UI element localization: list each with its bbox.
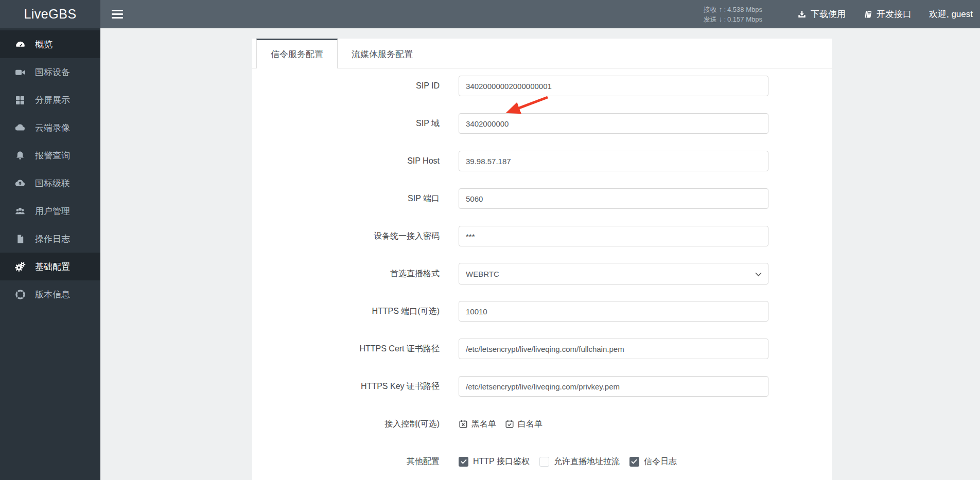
sidebar-item-overview[interactable]: 概览 <box>0 30 100 58</box>
config-card: 信令服务配置 流媒体服务配置 SIP ID SIP 域 SIP Host SIP… <box>252 39 832 480</box>
calendar-check-icon <box>505 419 514 429</box>
tab-bar: 信令服务配置 流媒体服务配置 <box>252 39 832 68</box>
form-row: HTTPS 端口(可选) <box>252 301 832 322</box>
dashboard-icon <box>13 39 27 50</box>
network-stats: 接收 ↑:4.538 Mbps 发送 ↓:0.157 Mbps <box>704 5 762 24</box>
blacklist-button[interactable]: 黑名单 <box>459 419 496 430</box>
https-cert-label: HTTPS Cert 证书路径 <box>252 344 440 354</box>
main-area: 信令服务配置 流媒体服务配置 SIP ID SIP 域 SIP Host SIP… <box>100 28 980 480</box>
live-format-label: 首选直播格式 <box>252 269 440 279</box>
https-key-input[interactable] <box>459 376 768 397</box>
sidebar-item-cloud-record[interactable]: 云端录像 <box>0 114 100 141</box>
sidebar-item-split-screen[interactable]: 分屏展示 <box>0 86 100 114</box>
form-row: HTTPS Key 证书路径 <box>252 376 832 397</box>
checkbox-unchecked-icon <box>539 457 549 467</box>
sip-domain-label: SIP 域 <box>252 118 440 129</box>
camera-icon <box>13 67 27 78</box>
topbar: LiveGBS 接收 ↑:4.538 Mbps 发送 ↓:0.157 Mbps … <box>0 0 980 28</box>
sip-id-input[interactable] <box>459 76 768 96</box>
access-control-row: 接入控制(可选) 黑名单 <box>252 414 832 434</box>
config-form: SIP ID SIP 域 SIP Host SIP 端口 设备统一接入密码 首选 <box>252 68 832 472</box>
https-port-label: HTTPS 端口(可选) <box>252 306 440 317</box>
gears-icon <box>13 261 27 272</box>
sidebar-item-alarm-query[interactable]: 报警查询 <box>0 141 100 169</box>
live-format-select[interactable]: WEBRTC <box>459 263 768 285</box>
chevron-down-icon <box>755 272 762 277</box>
life-ring-icon <box>13 289 27 300</box>
whitelist-button[interactable]: 白名单 <box>505 419 542 430</box>
access-control-label: 接入控制(可选) <box>252 419 440 430</box>
dev-api-link[interactable]: 开发接口 <box>863 8 912 20</box>
users-icon <box>13 205 27 217</box>
form-row: 设备统一接入密码 <box>252 226 832 246</box>
sip-id-label: SIP ID <box>252 81 440 91</box>
sip-host-input[interactable] <box>459 151 768 171</box>
sidebar-item-operation-log[interactable]: 操作日志 <box>0 225 100 253</box>
welcome-user[interactable]: 欢迎, guest <box>929 8 973 20</box>
form-row: SIP Host <box>252 151 832 171</box>
tab-signal-config[interactable]: 信令服务配置 <box>256 39 338 68</box>
send-rate: 发送 ↓:0.157 Mbps <box>704 14 762 24</box>
https-port-input[interactable] <box>459 301 768 322</box>
other-config-row: 其他配置 HTTP 接口鉴权 允许直播地址拉流 <box>252 451 832 472</box>
checkbox-checked-icon <box>459 457 468 467</box>
file-icon <box>13 234 27 244</box>
calendar-times-icon <box>459 419 468 429</box>
sip-host-label: SIP Host <box>252 156 440 166</box>
sidebar-item-basic-config[interactable]: 基础配置 <box>0 253 100 280</box>
form-row: SIP ID <box>252 76 832 96</box>
sip-port-label: SIP 端口 <box>252 193 440 204</box>
sidebar-item-gb-cascade[interactable]: 国标级联 <box>0 169 100 197</box>
cloud-upload-icon <box>13 177 27 189</box>
sidebar-toggle-icon[interactable] <box>112 8 123 21</box>
allow-pull-checkbox[interactable]: 允许直播地址拉流 <box>539 456 620 467</box>
sidebar-item-version-info[interactable]: 版本信息 <box>0 280 100 308</box>
sidebar-item-gb-devices[interactable]: 国标设备 <box>0 58 100 86</box>
grid-icon <box>13 95 27 105</box>
form-row: SIP 域 <box>252 113 832 134</box>
sip-domain-input[interactable] <box>459 113 768 134</box>
signal-log-checkbox[interactable]: 信令日志 <box>629 456 677 467</box>
bell-icon <box>13 150 27 161</box>
device-password-input[interactable] <box>459 226 768 246</box>
other-config-label: 其他配置 <box>252 456 440 467</box>
book-icon <box>863 10 872 19</box>
https-cert-input[interactable] <box>459 339 768 359</box>
download-icon <box>797 10 807 19</box>
cloud-icon <box>13 122 27 133</box>
app-logo[interactable]: LiveGBS <box>0 0 100 28</box>
device-password-label: 设备统一接入密码 <box>252 231 440 242</box>
checkbox-checked-icon <box>629 457 639 467</box>
form-row: SIP 端口 <box>252 188 832 209</box>
form-row: 首选直播格式 WEBRTC <box>252 263 832 284</box>
sidebar: 概览 国标设备 分屏展示 云端录像 <box>0 28 100 480</box>
tab-media-config[interactable]: 流媒体服务配置 <box>338 39 427 68</box>
sip-port-input[interactable] <box>459 188 768 209</box>
form-row: HTTPS Cert 证书路径 <box>252 339 832 359</box>
https-key-label: HTTPS Key 证书路径 <box>252 381 440 392</box>
download-link[interactable]: 下载使用 <box>797 8 846 20</box>
topbar-right: 接收 ↑:4.538 Mbps 发送 ↓:0.157 Mbps 下载使用 开发接… <box>704 5 980 24</box>
recv-rate: 接收 ↑:4.538 Mbps <box>704 5 762 14</box>
http-auth-checkbox[interactable]: HTTP 接口鉴权 <box>459 456 530 467</box>
sidebar-item-user-management[interactable]: 用户管理 <box>0 197 100 225</box>
